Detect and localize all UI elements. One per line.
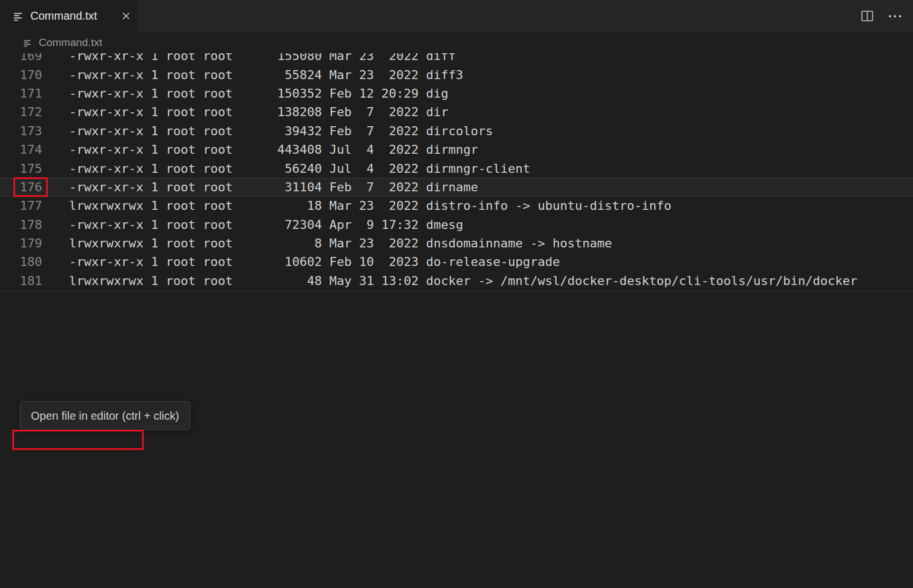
editor[interactable]: 169-rwxr-xr-x 1 root root 155080 Mar 23 … bbox=[0, 53, 913, 291]
editor-more-actions-icon[interactable] bbox=[888, 14, 902, 19]
editor-line[interactable]: 179lrwxrwxrwx 1 root root 8 Mar 23 2022 … bbox=[0, 234, 913, 252]
editor-line-text[interactable]: -rwxr-xr-x 1 root root 150352 Feb 12 20:… bbox=[69, 86, 449, 100]
editor-line-text[interactable]: lrwxrwxrwx 1 root root 8 Mar 23 2022 dns… bbox=[69, 236, 612, 250]
editor-line-text[interactable]: -rwxr-xr-x 1 root root 10602 Feb 10 2023… bbox=[69, 255, 560, 269]
split-editor-icon[interactable] bbox=[861, 10, 874, 22]
tab-close-icon[interactable] bbox=[121, 11, 131, 21]
breadcrumb: Command.txt bbox=[0, 32, 913, 53]
editor-line[interactable]: 175-rwxr-xr-x 1 root root 56240 Jul 4 20… bbox=[0, 159, 913, 177]
line-number[interactable]: 173 bbox=[0, 124, 42, 138]
editor-line-text[interactable]: -rwxr-xr-x 1 root root 31104 Feb 7 2022 … bbox=[69, 180, 478, 194]
red-annotation-box-editor-line-176 bbox=[13, 177, 48, 197]
text-file-icon bbox=[24, 38, 32, 48]
editor-line-text[interactable]: lrwxrwxrwx 1 root root 48 May 31 13:02 d… bbox=[69, 274, 857, 288]
line-number[interactable]: 180 bbox=[0, 255, 42, 269]
editor-line-text[interactable]: -rwxr-xr-x 1 root root 56240 Jul 4 2022 … bbox=[69, 162, 530, 176]
editor-line[interactable]: 177lrwxrwxrwx 1 root root 18 Mar 23 2022… bbox=[0, 196, 913, 215]
tab-strip: Command.txt bbox=[0, 0, 913, 32]
editor-line[interactable]: 170-rwxr-xr-x 1 root root 55824 Mar 23 2… bbox=[0, 65, 913, 84]
editor-line-text[interactable]: -rwxr-xr-x 1 root root 155080 Mar 23 202… bbox=[69, 53, 456, 63]
editor-lines: 169-rwxr-xr-x 1 root root 155080 Mar 23 … bbox=[0, 53, 913, 290]
line-number[interactable]: 178 bbox=[0, 218, 42, 232]
line-number[interactable]: 172 bbox=[0, 105, 42, 119]
line-number[interactable]: 170 bbox=[0, 68, 42, 82]
editor-actions bbox=[861, 0, 902, 32]
line-number[interactable]: 181 bbox=[0, 274, 42, 288]
editor-line-text[interactable]: -rwxr-xr-x 1 root root 39432 Feb 7 2022 … bbox=[69, 124, 493, 138]
editor-line-text[interactable]: -rwxr-xr-x 1 root root 55824 Mar 23 2022… bbox=[69, 68, 463, 82]
line-number[interactable]: 179 bbox=[0, 236, 42, 250]
line-number[interactable]: 175 bbox=[0, 162, 42, 176]
red-annotation-box-terminal-link-176 bbox=[12, 430, 144, 450]
line-number[interactable]: 171 bbox=[0, 86, 42, 100]
line-number[interactable]: 177 bbox=[0, 199, 42, 213]
editor-line[interactable]: 176-rwxr-xr-x 1 root root 31104 Feb 7 20… bbox=[0, 178, 913, 196]
tab-label: Command.txt bbox=[30, 10, 97, 22]
text-file-icon bbox=[13, 11, 24, 22]
editor-line-text[interactable]: -rwxr-xr-x 1 root root 443408 Jul 4 2022… bbox=[69, 143, 478, 157]
line-number[interactable]: 174 bbox=[0, 143, 42, 157]
editor-line[interactable]: 174-rwxr-xr-x 1 root root 443408 Jul 4 2… bbox=[0, 140, 913, 159]
link-tooltip: Open file in editor (ctrl + click) bbox=[20, 401, 190, 430]
editor-line[interactable]: 178-rwxr-xr-x 1 root root 72304 Apr 9 17… bbox=[0, 215, 913, 234]
editor-line-text[interactable]: -rwxr-xr-x 1 root root 138208 Feb 7 2022… bbox=[69, 105, 449, 119]
editor-line[interactable]: 173-rwxr-xr-x 1 root root 39432 Feb 7 20… bbox=[0, 122, 913, 140]
editor-line[interactable]: 180-rwxr-xr-x 1 root root 10602 Feb 10 2… bbox=[0, 252, 913, 271]
breadcrumb-item-file[interactable]: Command.txt bbox=[39, 36, 102, 49]
editor-line-text[interactable]: lrwxrwxrwx 1 root root 18 Mar 23 2022 di… bbox=[69, 199, 672, 213]
editor-line[interactable]: 171-rwxr-xr-x 1 root root 150352 Feb 12 … bbox=[0, 84, 913, 103]
line-number[interactable]: 169 bbox=[0, 53, 42, 63]
editor-line[interactable]: 181lrwxrwxrwx 1 root root 48 May 31 13:0… bbox=[0, 272, 913, 290]
editor-line[interactable]: 172-rwxr-xr-x 1 root root 138208 Feb 7 2… bbox=[0, 103, 913, 121]
editor-line[interactable]: 169-rwxr-xr-x 1 root root 155080 Mar 23 … bbox=[0, 53, 913, 65]
tab-command-txt[interactable]: Command.txt bbox=[0, 0, 138, 32]
editor-line-text[interactable]: -rwxr-xr-x 1 root root 72304 Apr 9 17:32… bbox=[69, 218, 463, 232]
